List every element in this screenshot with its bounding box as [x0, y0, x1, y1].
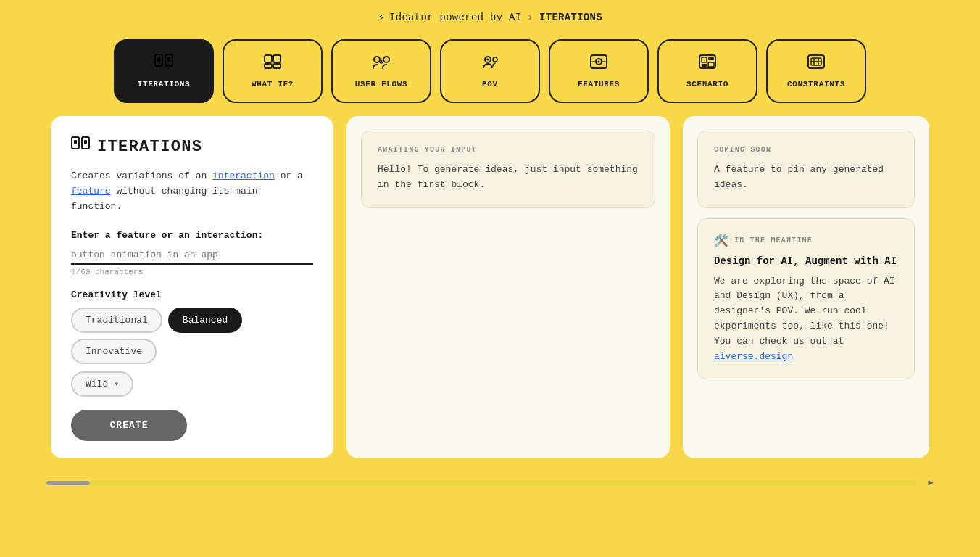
chevron-down-icon: ▾ [114, 379, 119, 389]
tab-scenario-label: SCENARIO [686, 80, 728, 88]
in-meantime-title: Design for AI, Augment with AI [714, 255, 898, 267]
svg-rect-29 [74, 140, 77, 144]
in-meantime-tag-row: 🛠️ IN THE MEANTIME [714, 234, 898, 248]
svg-rect-19 [702, 64, 707, 67]
tabs-row: ITERATIONS WHAT IF? USER FLOWS [0, 32, 980, 116]
awaiting-text: Hello! To generate ideas, just input som… [378, 162, 639, 193]
creativity-buttons: Traditional Balanced Innovative [71, 308, 313, 364]
in-meantime-card: 🛠️ IN THE MEANTIME Design for AI, Augmen… [697, 218, 915, 380]
create-button[interactable]: CREATE [71, 410, 187, 441]
awaiting-card: AWAITING YOUR INPUT Hello! To generate i… [361, 131, 655, 208]
svg-point-12 [493, 57, 497, 62]
right-panel: COMING SOON A feature to pin any generat… [683, 116, 929, 458]
awaiting-label: AWAITING YOUR INPUT [378, 146, 639, 154]
svg-rect-5 [273, 55, 281, 62]
panel-title-text: ITERATIONS [97, 138, 202, 156]
creativity-wild[interactable]: Wild ▾ [71, 371, 133, 397]
bottom-scrollbar[interactable]: ▶ [0, 473, 980, 488]
field-label: Enter a feature or an interaction: [71, 230, 313, 241]
svg-point-16 [598, 61, 600, 63]
panel-description: Creates variations of an interaction or … [71, 169, 313, 214]
constraints-icon [807, 54, 826, 74]
tab-iterations-label: ITERATIONS [138, 80, 191, 88]
svg-rect-7 [273, 64, 281, 68]
tab-what-if[interactable]: WHAT IF? [223, 39, 323, 103]
svg-point-10 [381, 60, 383, 62]
aiverse-link[interactable]: aiverse.design [714, 351, 793, 362]
char-count: 0/60 characters [71, 268, 313, 276]
tab-scenario[interactable]: SCENARIO [657, 39, 757, 103]
iterations-icon [154, 54, 173, 74]
tab-constraints[interactable]: CONSTRAINTS [766, 39, 866, 103]
scenario-icon [698, 54, 717, 74]
creativity-balanced[interactable]: Balanced [168, 308, 242, 333]
top-navigation: ⚡ Ideator powered by AI › ITERATIONS [0, 0, 980, 32]
tools-icon: 🛠️ [714, 234, 728, 248]
feature-input[interactable] [71, 247, 313, 265]
tab-user-flows-label: USER FLOWS [355, 80, 408, 88]
svg-point-9 [383, 57, 389, 62]
app-name: Ideator powered by AI [389, 12, 521, 23]
svg-rect-2 [157, 57, 160, 62]
tab-constraints-label: CONSTRAINTS [787, 80, 845, 88]
tab-features[interactable]: FEATURES [549, 39, 649, 103]
svg-rect-6 [265, 64, 272, 68]
svg-rect-18 [702, 57, 707, 62]
current-page-label: ITERATIONS [539, 12, 602, 23]
panel-title: ITERATIONS [71, 136, 313, 157]
left-panel: ITERATIONS Creates variations of an inte… [51, 116, 333, 458]
main-content: ITERATIONS Creates variations of an inte… [0, 116, 980, 473]
feature-link[interactable]: feature [71, 186, 111, 197]
breadcrumb-separator: › [527, 12, 533, 23]
wild-label: Wild [86, 379, 108, 389]
user-flows-icon [372, 54, 391, 74]
svg-rect-30 [84, 140, 87, 144]
tab-what-if-label: WHAT IF? [252, 80, 294, 88]
lightning-icon: ⚡ [378, 10, 385, 25]
in-meantime-text: We are exploring the space of AI and Des… [714, 274, 898, 365]
tab-features-label: FEATURES [578, 80, 620, 88]
coming-soon-card: COMING SOON A feature to pin any generat… [697, 131, 915, 208]
creativity-innovative[interactable]: Innovative [71, 339, 157, 364]
panel-title-icon [71, 136, 90, 157]
svg-rect-3 [167, 57, 170, 62]
svg-rect-20 [708, 57, 714, 60]
interaction-link[interactable]: interaction [212, 170, 275, 181]
tab-pov[interactable]: POV [440, 39, 540, 103]
svg-point-13 [487, 59, 489, 61]
middle-panel: AWAITING YOUR INPUT Hello! To generate i… [346, 116, 670, 458]
svg-rect-4 [265, 55, 272, 62]
tab-iterations[interactable]: ITERATIONS [114, 39, 214, 103]
svg-rect-21 [708, 62, 714, 67]
creativity-section-label: Creativity level [71, 289, 313, 300]
coming-soon-label: COMING SOON [714, 146, 898, 154]
creativity-traditional[interactable]: Traditional [71, 308, 162, 333]
tab-user-flows[interactable]: USER FLOWS [331, 39, 431, 103]
tab-pov-label: POV [482, 80, 498, 88]
coming-soon-text: A feature to pin any generated ideas. [714, 162, 898, 193]
pov-icon [481, 54, 499, 74]
in-meantime-label: IN THE MEANTIME [734, 236, 813, 244]
what-if-icon [263, 54, 282, 74]
features-icon [589, 54, 608, 74]
